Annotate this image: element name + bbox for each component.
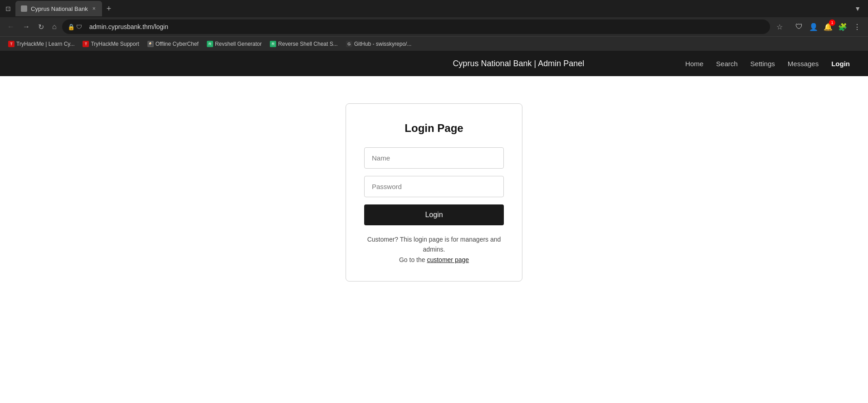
address-field-wrap: 🔒 🛡 <box>62 19 770 34</box>
site-navbar: Cyprus National Bank | Admin Panel Home … <box>0 51 868 76</box>
bookmark-label: Reverse Shell Cheat S... <box>278 41 337 47</box>
login-button[interactable]: Login <box>364 204 504 225</box>
bookmark-star-icon[interactable]: ☆ <box>773 21 786 33</box>
bookmark-favicon: 🍳 <box>147 41 154 47</box>
bookmark-favicon: T <box>83 41 89 47</box>
login-note-line2: Go to the <box>399 256 427 263</box>
back-button[interactable]: ← <box>5 21 17 33</box>
window-collapse-button[interactable]: ▼ <box>851 3 864 14</box>
bookmark-reverse-shell-cheat[interactable]: R Reverse Shell Cheat S... <box>266 39 341 49</box>
nav-settings[interactable]: Settings <box>751 60 775 68</box>
bookmark-label: TryHackMe Support <box>91 41 139 47</box>
reload-button[interactable]: ↻ <box>35 21 47 33</box>
bookmark-github[interactable]: G GitHub - swisskyrepo/... <box>342 39 415 49</box>
browser-system-icon: ⊡ <box>4 4 13 13</box>
login-note-line1: Customer? This login page is for manager… <box>367 236 501 253</box>
bookmark-tryhackme-learn[interactable]: T TryHackMe | Learn Cy... <box>5 39 78 49</box>
bookmark-favicon: R <box>270 41 276 47</box>
browser-actions: 🛡 👤 🔔 1 🧩 ⋮ <box>793 20 863 33</box>
forward-button[interactable]: → <box>20 21 33 33</box>
nav-home[interactable]: Home <box>685 60 703 68</box>
security-icon: 🔒 🛡 <box>68 24 83 30</box>
bookmarks-bar: T TryHackMe | Learn Cy... T TryHackMe Su… <box>0 36 868 51</box>
bookmark-label: Revshell Generator <box>215 41 262 47</box>
extensions-action-button[interactable]: 🧩 <box>836 20 849 33</box>
bookmark-label: TryHackMe | Learn Cy... <box>16 41 74 47</box>
bookmark-cyberchef[interactable]: 🍳 Offline CyberChef <box>144 39 202 49</box>
website-content: Cyprus National Bank | Admin Panel Home … <box>0 51 868 394</box>
profile-action-button[interactable]: 👤 <box>807 20 820 33</box>
browser-frame: ⊡ Cyprus National Bank × + ▼ ← → ↻ ⌂ 🔒 🛡… <box>0 0 868 51</box>
login-section: Login Page Login Customer? This login pa… <box>0 76 868 309</box>
bookmark-revshell[interactable]: R Revshell Generator <box>203 39 265 49</box>
login-card: Login Page Login Customer? This login pa… <box>346 103 522 282</box>
tab-favicon <box>21 5 27 12</box>
bookmark-favicon: T <box>8 41 15 47</box>
tab-close-button[interactable]: × <box>92 5 97 13</box>
bookmark-favicon: G <box>346 41 352 47</box>
notification-badge: 1 <box>829 19 835 26</box>
bookmark-tryhackme-support[interactable]: T TryHackMe Support <box>79 39 142 49</box>
shield-action-button[interactable]: 🛡 <box>793 20 805 33</box>
bookmark-label: GitHub - swisskyrepo/... <box>354 41 412 47</box>
login-note: Customer? This login page is for manager… <box>364 234 504 265</box>
site-brand: Cyprus National Bank | Admin Panel <box>352 59 686 68</box>
address-bar: ← → ↻ ⌂ 🔒 🛡 ☆ 🛡 👤 🔔 1 🧩 ⋮ <box>0 17 868 36</box>
login-title: Login Page <box>364 122 504 135</box>
new-tab-button[interactable]: + <box>104 4 114 14</box>
notification-action-button[interactable]: 🔔 1 <box>822 20 834 33</box>
browser-tab[interactable]: Cyprus National Bank × <box>15 1 102 16</box>
name-input[interactable] <box>364 147 504 169</box>
nav-messages[interactable]: Messages <box>788 60 819 68</box>
nav-search[interactable]: Search <box>716 60 738 68</box>
menu-action-button[interactable]: ⋮ <box>851 20 863 33</box>
customer-page-link[interactable]: customer page <box>427 256 469 263</box>
password-input[interactable] <box>364 176 504 197</box>
nav-login[interactable]: Login <box>831 60 850 68</box>
tab-bar: ⊡ Cyprus National Bank × + ▼ <box>0 0 868 17</box>
bookmark-favicon: R <box>207 41 213 47</box>
bookmark-label: Offline CyberChef <box>156 41 199 47</box>
address-input[interactable] <box>62 19 770 34</box>
tab-title: Cyprus National Bank <box>31 5 88 12</box>
home-button[interactable]: ⌂ <box>49 21 59 33</box>
site-nav-links: Home Search Settings Messages Login <box>685 60 850 68</box>
